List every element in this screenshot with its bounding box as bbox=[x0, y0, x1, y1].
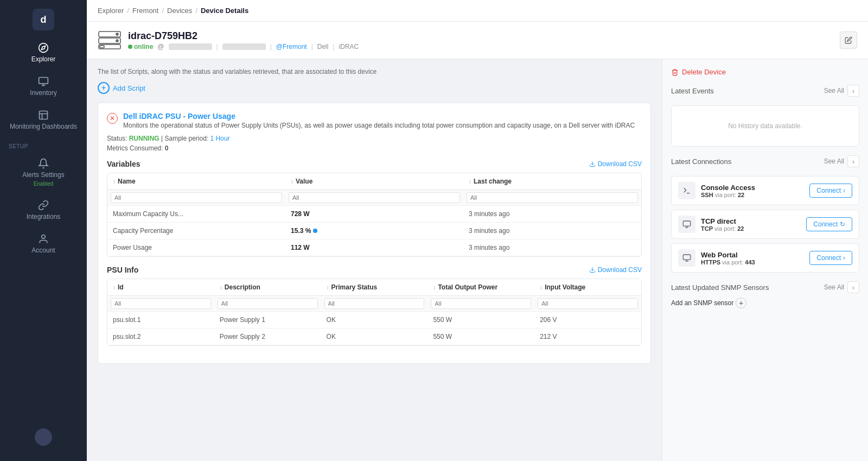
variables-download-csv[interactable]: Download CSV bbox=[589, 160, 642, 168]
sidebar-item-inventory-label: Inventory bbox=[30, 89, 56, 97]
web-icon bbox=[678, 249, 695, 267]
meta-sep-4: | bbox=[333, 43, 334, 50]
psu-filter-id[interactable] bbox=[111, 298, 211, 309]
add-snmp-plus-icon: + bbox=[736, 298, 746, 308]
var-filter-name[interactable] bbox=[111, 192, 282, 203]
psu-row1-voltage: 206 V bbox=[534, 312, 641, 329]
console-detail: SSH via port: 22 bbox=[701, 192, 804, 198]
add-snmp-button[interactable]: Add an SNMP sensor + bbox=[671, 298, 859, 308]
psu-row2-desc: Power Supply 2 bbox=[214, 329, 321, 345]
var-filter-lastchange[interactable] bbox=[467, 192, 638, 203]
metrics-value: 0 bbox=[165, 144, 169, 152]
breadcrumb-devices[interactable]: Devices bbox=[167, 7, 192, 15]
latest-events-chevron[interactable]: › bbox=[847, 85, 859, 97]
script-name[interactable]: Dell iDRAC PSU - Power Usage bbox=[123, 112, 635, 121]
psu-row1-desc: Power Supply 1 bbox=[214, 312, 321, 329]
sidebar-item-alerts[interactable]: Alerts Settings Enabled bbox=[0, 151, 87, 193]
table-row: psu.slot.2 Power Supply 2 OK 550 W 212 V bbox=[107, 329, 641, 345]
psu-filter-output[interactable] bbox=[431, 298, 531, 309]
device-ip-masked bbox=[169, 43, 212, 50]
console-connect-button[interactable]: Connect › bbox=[809, 184, 852, 198]
sidebar-item-account[interactable]: Account bbox=[0, 227, 87, 261]
psu-filter-desc[interactable] bbox=[218, 298, 318, 309]
latest-connections-see-all[interactable]: See All bbox=[824, 157, 844, 165]
latest-events-title: Latest Events bbox=[671, 87, 714, 95]
sidebar-item-monitoring[interactable]: Monitoring Dashboards bbox=[0, 103, 87, 137]
variables-title: Variables bbox=[107, 160, 141, 168]
var-row3-lastchange: 3 minutes ago bbox=[463, 239, 641, 256]
tcp-name: TCP direct bbox=[701, 217, 801, 225]
console-name: Console Access bbox=[701, 184, 804, 192]
latest-connections-title: Latest Connections bbox=[671, 157, 731, 166]
svg-rect-7 bbox=[99, 45, 120, 49]
device-location-link[interactable]: @Fremont bbox=[276, 43, 307, 50]
psu-download-csv[interactable]: Download CSV bbox=[589, 266, 642, 274]
breadcrumb-explorer[interactable]: Explorer bbox=[98, 7, 124, 15]
sample-label: Sample period: bbox=[165, 135, 209, 142]
meta-sep-1: | bbox=[216, 43, 218, 50]
table-row: Capacity Percentage 15.3 % 3 minutes ago bbox=[107, 223, 641, 239]
breadcrumb-fremont[interactable]: Fremont bbox=[132, 7, 158, 15]
device-name-masked bbox=[222, 43, 266, 50]
script-description: Monitors the operational status of Power… bbox=[123, 121, 635, 130]
sidebar: d Explorer Inventory Monitoring Dashboar… bbox=[0, 0, 87, 461]
svg-point-9 bbox=[116, 40, 118, 42]
snmp-see-all[interactable]: See All bbox=[824, 283, 844, 291]
app-logo[interactable]: d bbox=[33, 9, 54, 30]
latest-connections-chevron[interactable]: › bbox=[847, 155, 859, 167]
add-script-plus-icon: + bbox=[98, 82, 110, 94]
content-area: The list of Scripts, along with the stat… bbox=[87, 59, 868, 461]
psu-row2-output: 550 W bbox=[427, 329, 534, 345]
sidebar-item-alerts-label: Alerts Settings bbox=[22, 171, 64, 179]
var-row1-name: Maximum Capacity Us... bbox=[107, 206, 285, 223]
svg-point-8 bbox=[116, 33, 118, 35]
remove-script-button[interactable]: ✕ bbox=[107, 113, 118, 124]
status-label: Status: bbox=[107, 135, 127, 142]
svg-point-4 bbox=[42, 235, 46, 239]
psu-row1-id: psu.slot.1 bbox=[107, 312, 214, 329]
latest-events-see-all[interactable]: See All bbox=[824, 87, 844, 94]
var-row1-lastchange: 3 minutes ago bbox=[463, 206, 641, 223]
device-name: idrac-D759HB2 bbox=[128, 30, 833, 42]
connection-tcp: TCP direct TCP via port: 22 Connect ↻ bbox=[671, 210, 859, 239]
metrics-consumed: Metrics Consumed: 0 bbox=[107, 144, 642, 152]
add-script-button[interactable]: + Add Script bbox=[98, 82, 651, 94]
user-avatar[interactable] bbox=[35, 428, 52, 446]
latest-connections-section: Latest Connections See All › Console Acc… bbox=[671, 155, 859, 273]
var-row2-name: Capacity Percentage bbox=[107, 223, 285, 239]
console-chevron-icon: › bbox=[843, 187, 845, 194]
variables-table-wrapper: ↕Name ↕Value ↕Last change bbox=[107, 173, 642, 257]
connection-web: Web Portal HTTPS via port: 443 Connect › bbox=[671, 243, 859, 273]
device-info: idrac-D759HB2 online @ | | @Fremont | De… bbox=[128, 30, 833, 50]
console-info: Console Access SSH via port: 22 bbox=[701, 184, 804, 198]
svg-rect-3 bbox=[40, 111, 48, 119]
snmp-sensors-section: Latest Updated SNMP Sensors See All › Ad… bbox=[671, 281, 859, 308]
psu-filter-status[interactable] bbox=[324, 298, 425, 309]
sidebar-item-integrations[interactable]: Integrations bbox=[0, 193, 87, 227]
var-row3-value: 112 W bbox=[285, 239, 463, 256]
tcp-connect-button[interactable]: Connect ↻ bbox=[806, 217, 852, 231]
sidebar-bottom bbox=[0, 428, 87, 461]
sidebar-item-inventory[interactable]: Inventory bbox=[0, 70, 87, 103]
var-row2-lastchange: 3 minutes ago bbox=[463, 223, 641, 239]
var-col-name: ↕Name bbox=[107, 173, 285, 190]
breadcrumb-sep-2: / bbox=[162, 7, 164, 15]
psu-filter-voltage[interactable] bbox=[538, 298, 638, 309]
tcp-info: TCP direct TCP via port: 22 bbox=[701, 217, 801, 232]
main-area: Explorer / Fremont / Devices / Device De… bbox=[87, 0, 868, 461]
delete-device-button[interactable]: Delete Device bbox=[671, 68, 859, 76]
web-chevron-icon: › bbox=[843, 254, 845, 262]
sample-period-link[interactable]: 1 Hour bbox=[210, 135, 230, 142]
sidebar-item-explorer[interactable]: Explorer bbox=[0, 36, 87, 70]
sidebar-item-integrations-label: Integrations bbox=[27, 213, 61, 220]
snmp-chevron[interactable]: › bbox=[847, 281, 859, 293]
breadcrumb-current: Device Details bbox=[201, 7, 248, 15]
blue-dot-indicator bbox=[313, 229, 317, 233]
edit-device-button[interactable] bbox=[840, 31, 857, 49]
var-row2-value: 15.3 % bbox=[285, 223, 463, 239]
var-filter-value[interactable] bbox=[289, 192, 460, 203]
sidebar-item-explorer-label: Explorer bbox=[31, 55, 56, 63]
web-connect-button[interactable]: Connect › bbox=[809, 251, 852, 265]
setup-section-label: Setup bbox=[0, 137, 87, 151]
psu-download-label: Download CSV bbox=[598, 266, 642, 274]
